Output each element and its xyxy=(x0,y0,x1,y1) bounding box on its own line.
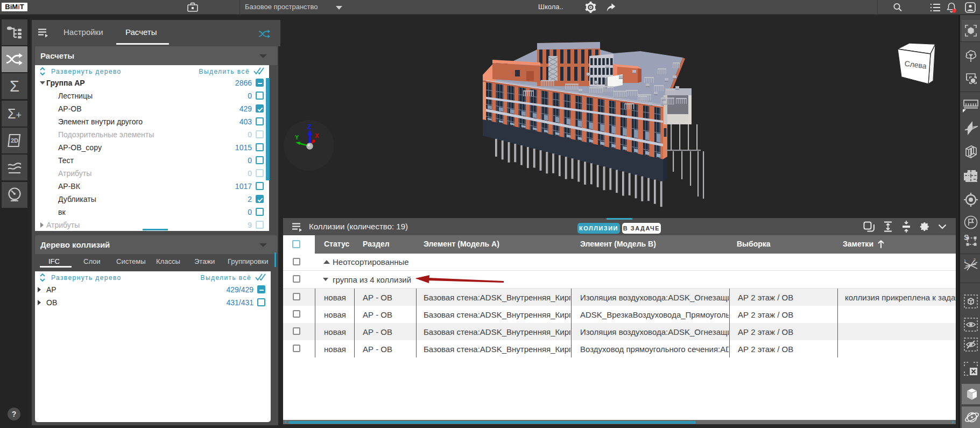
svg-text:X: X xyxy=(315,132,319,139)
svg-text:Y: Y xyxy=(295,134,299,141)
svg-text:2: 2 xyxy=(974,258,976,262)
svg-text:Z: Z xyxy=(307,123,312,131)
svg-text:2D: 2D xyxy=(11,137,18,144)
svg-text:1: 1 xyxy=(964,259,966,263)
